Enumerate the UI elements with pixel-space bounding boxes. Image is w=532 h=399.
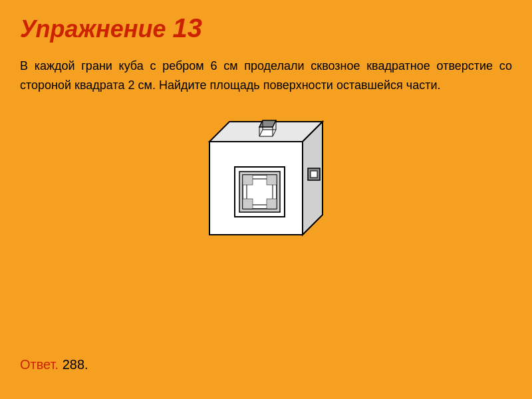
svg-rect-17: [267, 175, 277, 185]
title-prefix: Упражнение: [20, 15, 166, 43]
problem-text: В каждой грани куба с ребром 6 см продел…: [20, 57, 512, 95]
svg-marker-4: [259, 120, 276, 127]
page-container: Упражнение 13 В каждой грани куба с ребр…: [0, 0, 532, 399]
figure-area: [20, 108, 512, 261]
answer-value: 288.: [63, 357, 88, 372]
svg-marker-5: [259, 130, 276, 136]
svg-rect-19: [267, 199, 277, 209]
title-line: Упражнение 13: [20, 13, 512, 43]
svg-rect-11: [311, 171, 317, 178]
title-number: 13: [173, 13, 203, 43]
answer-label: Ответ.: [20, 357, 59, 372]
svg-rect-18: [243, 199, 253, 209]
cube-figure: [190, 108, 342, 261]
answer-line: Ответ. 288.: [20, 357, 88, 372]
svg-rect-16: [243, 175, 253, 185]
